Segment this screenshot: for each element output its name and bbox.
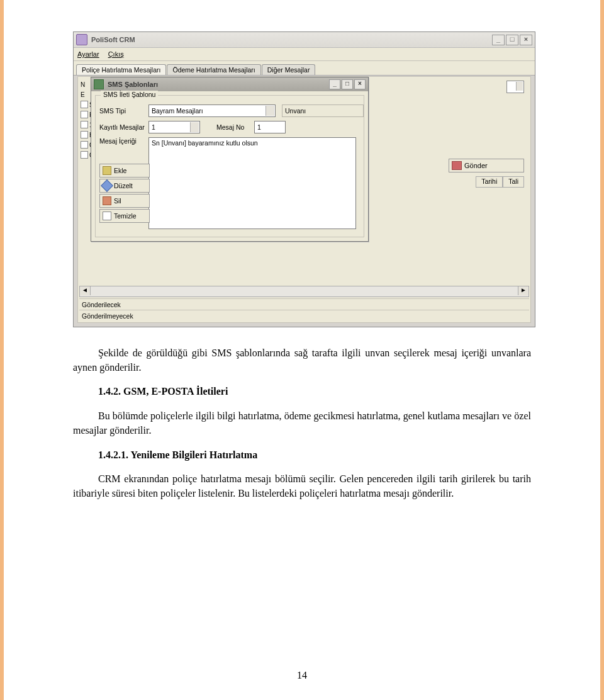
groupbox-label: SMS İleti Şablonu — [101, 91, 158, 98]
temizle-label: Temizle — [114, 212, 137, 220]
sms-tipi-combo[interactable]: Bayram Mesajları — [148, 104, 276, 117]
clear-icon — [103, 212, 111, 220]
unvani-box[interactable]: Unvanı — [282, 104, 364, 117]
crm-screenshot: PoliSoft CRM _ □ × Ayarlar Çıkış Poliçe … — [73, 31, 535, 327]
mesaj-no-input[interactable]: 1 — [254, 121, 286, 133]
heading-1-4-2-1: 1.4.2.1. Yenileme Bilgileri Hatırlatma — [73, 448, 531, 463]
mesaj-icerigi-value: Sn [Unvanı] bayaramınız kutlu olsun — [152, 139, 258, 147]
checkbox[interactable] — [81, 101, 88, 108]
menubar: Ayarlar Çıkış — [74, 48, 535, 61]
ekle-button[interactable]: Ekle — [99, 164, 150, 178]
checkbox[interactable] — [81, 111, 88, 118]
mesaj-icerigi-label: Mesaj İçeriği — [99, 137, 145, 145]
ekle-label: Ekle — [114, 167, 126, 174]
paragraph-3: CRM ekranından poliçe hatırlatma mesajı … — [73, 472, 531, 500]
scroll-track[interactable] — [91, 286, 518, 296]
maximize-button[interactable]: □ — [506, 35, 518, 45]
status-gonderilecek: Gönderilecek — [79, 298, 529, 310]
edit-icon — [101, 179, 113, 192]
dialog-icon — [94, 79, 104, 89]
send-icon — [452, 161, 462, 170]
sms-tipi-label: SMS Tipi — [99, 107, 145, 115]
checkbox[interactable] — [81, 121, 88, 128]
kayitli-combo[interactable]: 1 — [148, 121, 200, 133]
checkbox[interactable] — [81, 141, 88, 149]
dialog-titlebar: SMS Şablonları _ □ × — [91, 77, 368, 91]
checkbox[interactable] — [81, 131, 88, 138]
status-gonderilmeyecek: Gönderilmeyecek — [79, 310, 529, 321]
mesaj-icerigi-textarea[interactable]: Sn [Unvanı] bayaramınız kutlu olsun — [148, 137, 356, 229]
scroll-right-icon[interactable]: ► — [518, 286, 528, 295]
tab-diger[interactable]: Diğer Mesajlar — [262, 64, 316, 75]
horizontal-scrollbar[interactable]: ◄ ► — [79, 286, 529, 297]
sms-tipi-value: Bayram Mesajları — [152, 107, 203, 115]
status-rows: Gönderilecek Gönderilmeyecek — [79, 298, 529, 321]
mesaj-no-value: 1 — [257, 123, 261, 131]
gonder-label: Gönder — [464, 162, 488, 169]
close-button[interactable]: × — [520, 35, 532, 45]
page-number: 14 — [4, 670, 600, 681]
app-title: PoliSoft CRM — [91, 36, 135, 43]
unvani-label: Unvanı — [285, 107, 306, 115]
row-sms-tipi: SMS Tipi Bayram Mesajları — [99, 104, 276, 117]
kayitli-label: Kayıtlı Mesajlar — [99, 123, 145, 131]
col-tali[interactable]: Tali — [503, 176, 524, 188]
paragraph-2: Bu bölümde poliçelerle ilgili bilgi hatı… — [73, 409, 531, 438]
heading-1-4-2: 1.4.2. GSM, E-POSTA İletileri — [73, 385, 531, 399]
left-label: N — [81, 81, 85, 88]
checkbox[interactable] — [81, 151, 88, 159]
gonder-button[interactable]: Gönder — [449, 159, 524, 172]
button-stack: Ekle Düzelt Sil Temizle — [99, 164, 150, 223]
left-label: E — [81, 91, 85, 98]
menu-cikis[interactable]: Çıkış — [108, 50, 124, 58]
app-icon — [76, 34, 87, 45]
add-icon — [103, 166, 111, 175]
tab-odeme[interactable]: Ödeme Hatırlatma Mesajları — [167, 64, 260, 75]
duzelt-button[interactable]: Düzelt — [99, 179, 150, 193]
dialog-body: SMS İleti Şablonu SMS Tipi Bayram Mesajl… — [95, 95, 364, 237]
row-kayitli: Kayıtlı Mesajlar 1 Mesaj No 1 — [99, 121, 286, 133]
sms-sablonlari-dialog: SMS Şablonları _ □ × SMS İleti Şablonu S… — [91, 77, 369, 242]
sil-label: Sil — [114, 197, 121, 205]
dialog-close-button[interactable]: × — [354, 79, 366, 89]
mesaj-no-label: Mesaj No — [216, 123, 250, 131]
scroll-left-icon[interactable]: ◄ — [80, 286, 91, 295]
main-area: N E S F 1 H C C Gönder Tarihi Tali — [77, 76, 531, 323]
delete-icon — [103, 196, 111, 205]
paragraph-1: Şekilde de görüldüğü gibi SMS şablonları… — [73, 346, 531, 375]
document-body: Şekilde de görüldüğü gibi SMS şablonları… — [73, 346, 531, 501]
temizle-button[interactable]: Temizle — [99, 209, 150, 223]
spin-control[interactable] — [506, 81, 524, 93]
minimize-button[interactable]: _ — [492, 35, 505, 45]
tab-police[interactable]: Poliçe Hatırlatma Mesajları — [76, 64, 166, 75]
kayitli-value: 1 — [152, 123, 155, 131]
dialog-minimize-button[interactable]: _ — [329, 79, 340, 89]
col-tarihi[interactable]: Tarihi — [476, 176, 503, 188]
sil-button[interactable]: Sil — [99, 194, 150, 208]
duzelt-label: Düzelt — [114, 182, 133, 189]
dialog-title: SMS Şablonları — [108, 81, 158, 88]
document-page: PoliSoft CRM _ □ × Ayarlar Çıkış Poliçe … — [0, 0, 604, 700]
tabs-row: Poliçe Hatırlatma Mesajları Ödeme Hatırl… — [74, 61, 535, 76]
menu-ayarlar[interactable]: Ayarlar — [77, 50, 99, 58]
app-titlebar: PoliSoft CRM _ □ × — [74, 32, 535, 48]
dialog-maximize-button[interactable]: □ — [342, 79, 353, 89]
grid-headers: Tarihi Tali — [476, 176, 524, 188]
